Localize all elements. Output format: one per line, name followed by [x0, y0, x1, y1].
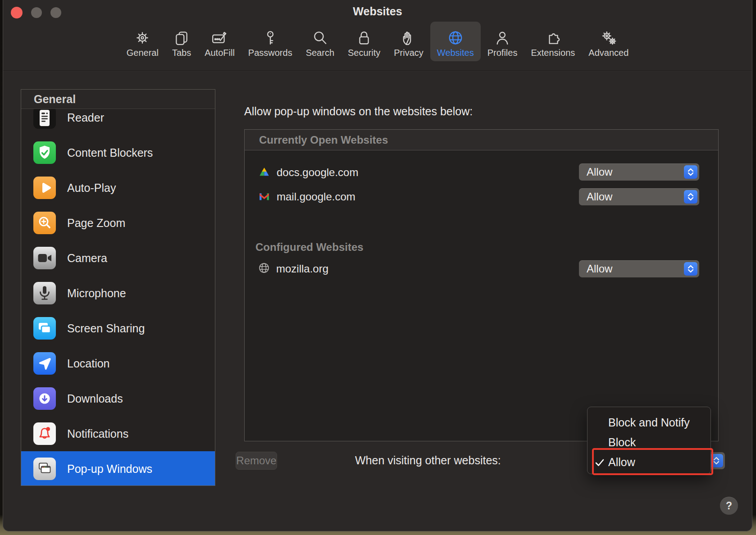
site-name: mail.google.com: [277, 190, 355, 203]
microphone-icon: [33, 282, 56, 304]
help-button[interactable]: ?: [720, 497, 738, 515]
stepper-chevrons-icon: [684, 190, 697, 204]
person-icon: [494, 26, 510, 46]
tab-label: AutoFill: [205, 48, 235, 58]
sidebar-item-label: Pop-up Windows: [67, 462, 152, 476]
shield-check-icon: [33, 141, 56, 164]
sidebar-item-content-blockers[interactable]: Content Blockers: [21, 135, 215, 170]
sidebar-item-label: Microphone: [67, 287, 126, 300]
gmail-icon: [258, 190, 270, 204]
globe-icon: [447, 26, 464, 46]
sidebar-item-auto-play[interactable]: Auto-Play: [21, 170, 215, 205]
video-camera-icon: [33, 247, 56, 269]
tab-privacy[interactable]: Privacy: [387, 22, 430, 61]
sidebar-item-reader[interactable]: Reader: [21, 109, 215, 135]
tab-label: Profiles: [487, 48, 518, 58]
settings-toolbar: General Tabs AutoFill Passwords Search: [3, 22, 752, 70]
tab-security[interactable]: Security: [341, 22, 387, 61]
navigation-arrow-icon: [33, 352, 56, 375]
other-websites-label: When visiting other websites:: [355, 454, 501, 467]
menu-item-allow[interactable]: Allow: [587, 452, 710, 472]
sidebar-item-downloads[interactable]: Downloads: [21, 381, 215, 416]
tab-profiles[interactable]: Profiles: [481, 22, 524, 61]
safari-settings-window: Websites General Tabs AutoFill Password: [3, 0, 752, 531]
table-row[interactable]: docs.google.com: [258, 164, 358, 181]
sidebar-item-label: Notifications: [67, 427, 128, 440]
tab-general[interactable]: General: [120, 22, 165, 61]
tab-label: Tabs: [172, 48, 191, 58]
sidebar-item-microphone[interactable]: Microphone: [21, 276, 215, 311]
sidebar-item-label: Camera: [67, 252, 107, 265]
tab-label: Privacy: [394, 48, 424, 58]
permission-menu: Block and Notify Block Allow: [587, 407, 711, 474]
sidebar-item-label: Reader: [67, 111, 104, 124]
reader-icon: [33, 109, 56, 129]
permission-dropdown-mozilla[interactable]: Allow: [579, 260, 699, 277]
dropdown-value: Allow: [587, 190, 612, 203]
autofill-icon: [211, 26, 228, 46]
table-section-header: Currently Open Websites: [245, 130, 718, 150]
sidebar-item-location[interactable]: Location: [21, 346, 215, 381]
table-section-header: Configured Websites: [255, 241, 364, 254]
site-name: docs.google.com: [277, 166, 358, 179]
sidebar-item-label: Screen Sharing: [67, 322, 145, 335]
tabs-icon: [173, 26, 190, 46]
sidebar-item-camera[interactable]: Camera: [21, 240, 215, 276]
tab-label: General: [127, 48, 159, 58]
tab-passwords[interactable]: Passwords: [241, 22, 299, 61]
table-row[interactable]: mail.google.com: [258, 188, 355, 205]
lock-icon: [356, 26, 372, 46]
sidebar-item-label: Downloads: [67, 392, 123, 405]
stepper-chevrons-icon: [710, 454, 723, 467]
sidebar-header: General: [21, 90, 215, 109]
tab-search[interactable]: Search: [299, 22, 341, 61]
table-row[interactable]: mozilla.org: [258, 260, 328, 277]
sidebar-list: Reader Content Blockers Auto-Play Page Z…: [21, 109, 215, 485]
tab-autofill[interactable]: AutoFill: [198, 22, 241, 61]
search-icon: [312, 26, 328, 46]
sidebar-item-label: Content Blockers: [67, 146, 153, 159]
permission-dropdown-mail[interactable]: Allow: [579, 188, 699, 205]
hand-icon: [401, 26, 417, 46]
window-title: Websites: [3, 5, 752, 18]
permission-dropdown-docs[interactable]: Allow: [579, 163, 699, 181]
sidebar-item-pop-up-windows[interactable]: Pop-up Windows: [21, 451, 215, 485]
gear-icon: [134, 26, 150, 46]
websites-table: Currently Open Websites docs.google.com …: [244, 129, 719, 441]
titlebar: Websites: [3, 0, 752, 23]
globe-icon: [258, 262, 270, 276]
checkmark-icon: [595, 457, 605, 470]
play-icon: [33, 177, 56, 199]
dropdown-value: Allow: [587, 166, 612, 178]
toolbar-divider: [3, 71, 752, 71]
tab-extensions[interactable]: Extensions: [524, 22, 582, 61]
google-drive-icon: [258, 166, 270, 179]
tab-label: Search: [306, 48, 334, 58]
stepper-chevrons-icon: [684, 262, 697, 276]
menu-item-block-and-notify[interactable]: Block and Notify: [587, 413, 710, 432]
tab-tabs[interactable]: Tabs: [165, 22, 198, 61]
menu-item-label: Allow: [608, 456, 635, 469]
screens-icon: [33, 317, 56, 340]
tab-advanced[interactable]: Advanced: [582, 22, 635, 61]
sidebar-item-screen-sharing[interactable]: Screen Sharing: [21, 311, 215, 346]
download-circle-icon: [33, 387, 56, 410]
tab-label: Advanced: [588, 48, 628, 58]
key-icon: [262, 26, 278, 46]
popup-windows-icon: [33, 458, 56, 480]
sidebar-item-notifications[interactable]: Notifications: [21, 416, 215, 451]
puzzle-icon: [545, 26, 561, 46]
tab-label: Security: [348, 48, 380, 58]
site-name: mozilla.org: [276, 263, 328, 275]
zoom-plus-icon: [33, 212, 56, 234]
menu-item-block[interactable]: Block: [587, 432, 710, 452]
sidebar-item-label: Location: [67, 357, 110, 370]
gears-icon: [601, 26, 617, 46]
page-title: Allow pop-up windows on the websites bel…: [244, 105, 473, 118]
sidebar-item-page-zoom[interactable]: Page Zoom: [21, 205, 215, 240]
remove-button[interactable]: Remove: [236, 452, 277, 470]
tab-label: Passwords: [248, 48, 292, 58]
tab-label: Websites: [437, 48, 474, 58]
websites-sidebar: General Reader Content Blockers Auto-Pla…: [21, 89, 215, 486]
tab-websites[interactable]: Websites: [430, 22, 481, 61]
